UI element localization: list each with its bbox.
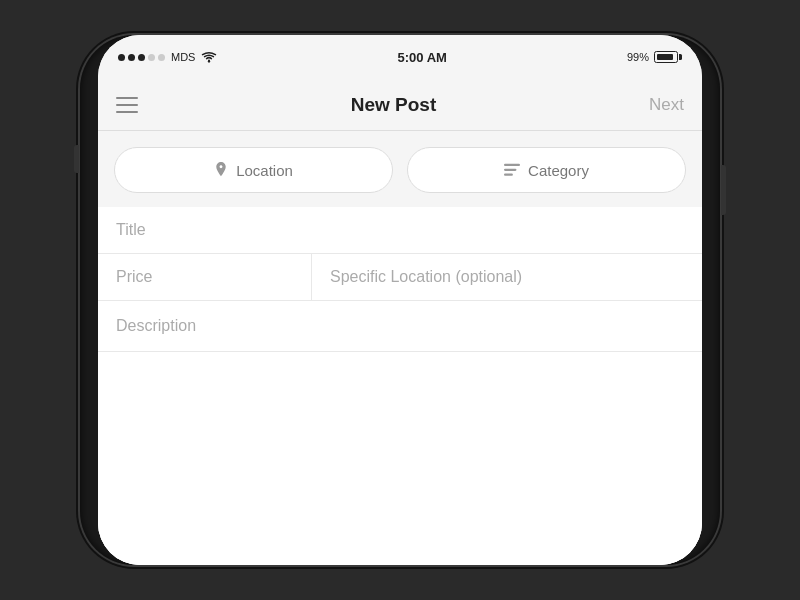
location-pin-icon xyxy=(214,162,228,179)
description-field[interactable]: Description xyxy=(98,301,702,352)
price-placeholder: Price xyxy=(116,268,152,285)
location-button-label: Location xyxy=(236,162,293,179)
content-area: Location Category Title xyxy=(98,131,702,565)
form-area: Title Price Specific Location (optional)… xyxy=(98,207,702,565)
status-right: 99% xyxy=(627,51,682,63)
carrier-label: MDS xyxy=(171,51,195,63)
battery-icon xyxy=(654,51,682,63)
phone-frame: MDS 5:00 AM 99% xyxy=(80,35,720,565)
specific-location-placeholder: Specific Location (optional) xyxy=(330,268,522,285)
status-left: MDS xyxy=(118,51,217,63)
page-title: New Post xyxy=(351,94,437,116)
status-time: 5:00 AM xyxy=(398,50,447,65)
signal-dots xyxy=(118,54,165,61)
status-bar: MDS 5:00 AM 99% xyxy=(98,35,702,79)
battery-fill xyxy=(657,54,673,60)
signal-dot-4 xyxy=(148,54,155,61)
svg-rect-2 xyxy=(504,169,516,171)
action-buttons-row: Location Category xyxy=(98,131,702,207)
hamburger-line-3 xyxy=(116,111,138,113)
hamburger-line-1 xyxy=(116,97,138,99)
signal-dot-2 xyxy=(128,54,135,61)
price-location-row: Price Specific Location (optional) xyxy=(98,254,702,301)
title-field[interactable]: Title xyxy=(98,207,702,254)
svg-rect-1 xyxy=(504,164,520,166)
battery-tip xyxy=(679,54,682,60)
hamburger-line-2 xyxy=(116,104,138,106)
signal-dot-3 xyxy=(138,54,145,61)
category-button[interactable]: Category xyxy=(407,147,686,193)
signal-dot-5 xyxy=(158,54,165,61)
description-placeholder: Description xyxy=(116,317,196,334)
specific-location-field[interactable]: Specific Location (optional) xyxy=(312,254,702,300)
next-button[interactable]: Next xyxy=(649,95,684,115)
svg-rect-3 xyxy=(504,174,513,176)
battery-percent: 99% xyxy=(627,51,649,63)
battery-body xyxy=(654,51,678,63)
wifi-icon xyxy=(201,51,217,63)
location-button[interactable]: Location xyxy=(114,147,393,193)
svg-point-0 xyxy=(208,60,210,62)
hamburger-menu-button[interactable] xyxy=(116,97,138,113)
nav-bar: New Post Next xyxy=(98,79,702,131)
category-icon xyxy=(504,163,520,177)
title-placeholder: Title xyxy=(116,221,146,238)
signal-dot-1 xyxy=(118,54,125,61)
screen: MDS 5:00 AM 99% xyxy=(98,35,702,565)
price-field[interactable]: Price xyxy=(98,254,311,300)
category-button-label: Category xyxy=(528,162,589,179)
